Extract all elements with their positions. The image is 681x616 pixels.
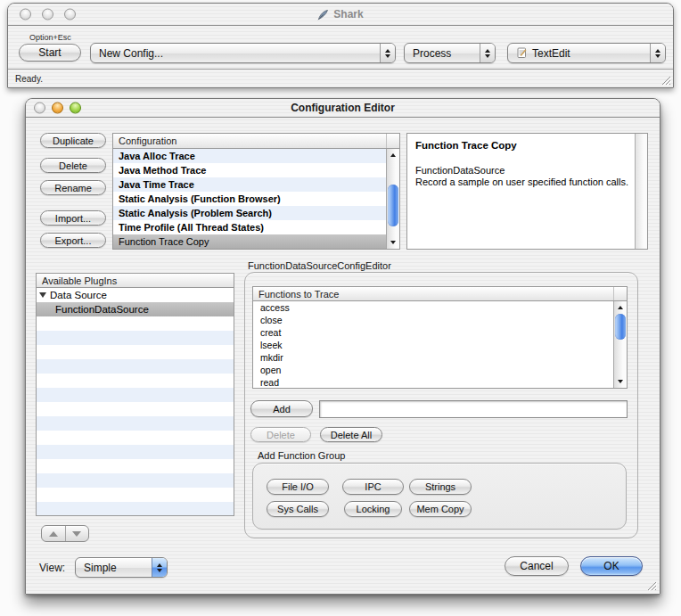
functions-header: Functions to Trace [253, 287, 627, 301]
config-popup[interactable]: New Config... [90, 43, 396, 63]
move-down-button[interactable] [65, 526, 89, 541]
function-row[interactable]: access [253, 301, 613, 314]
config-row-selected[interactable]: Function Trace Copy [113, 234, 386, 249]
plugins-empty-rows [37, 316, 234, 515]
mem-copy-button[interactable]: Mem Copy [409, 501, 472, 517]
minimize-icon[interactable] [42, 9, 53, 21]
scroll-down-icon[interactable] [387, 237, 399, 248]
zoom-icon[interactable] [64, 9, 76, 21]
plugins-header: Available PlugIns [37, 274, 234, 288]
config-row[interactable]: Java Method Trace [113, 163, 386, 177]
start-button[interactable]: Start [19, 44, 81, 62]
resize-grip-icon[interactable] [660, 74, 671, 86]
shark-window: Shark Option+Esc Start New Config... Pro… [7, 3, 674, 88]
view-popup[interactable]: Simple [75, 557, 168, 578]
scroll-up-icon[interactable] [614, 302, 627, 313]
popup-stepper-icon [480, 44, 495, 62]
functions-table: Functions to Trace access close creat ls… [252, 286, 628, 389]
rename-button[interactable]: Rename [40, 180, 106, 195]
function-row[interactable]: mkdir [253, 351, 613, 364]
shark-titlebar[interactable]: Shark [8, 4, 673, 26]
description-scroll-track[interactable] [635, 134, 647, 249]
process-popup[interactable]: Process [404, 43, 496, 63]
config-row[interactable]: Time Profile (All Thread States) [113, 220, 386, 234]
start-hotkey-label: Option+Esc [29, 33, 71, 42]
configuration-table: Configuration Java Alloc Trace Java Meth… [112, 133, 400, 250]
delete-all-button[interactable]: Delete All [320, 427, 382, 442]
view-label: View: [39, 562, 65, 574]
config-row[interactable]: Java Time Trace [113, 177, 386, 192]
shark-window-title: Shark [317, 8, 363, 21]
popup-stepper-icon [380, 44, 395, 62]
sys-calls-button[interactable]: Sys Calls [267, 501, 329, 517]
config-row[interactable]: Static Analysis (Problem Search) [113, 206, 386, 220]
desktop: Shark Option+Esc Start New Config... Pro… [0, 0, 681, 616]
plugin-editor-label: FunctionDataSourceConfigEditor [248, 260, 391, 271]
export-button[interactable]: Export... [40, 233, 106, 248]
target-app-popup[interactable]: TextEdit [507, 43, 666, 63]
status-text: Ready. [15, 74, 43, 84]
function-row[interactable]: read [253, 376, 613, 388]
zoom-icon[interactable] [70, 103, 81, 114]
functions-scrollbar[interactable] [613, 301, 627, 388]
config-description-panel: Function Trace Copy FunctionDataSource R… [406, 133, 648, 250]
close-icon[interactable] [34, 103, 45, 114]
minimize-icon[interactable] [52, 103, 63, 114]
add-function-button[interactable]: Add [250, 400, 313, 417]
popup-stepper-icon [152, 558, 167, 577]
shark-title-text: Shark [333, 8, 363, 21]
function-group-box [252, 463, 627, 530]
function-row[interactable]: open [253, 364, 613, 376]
scroll-up-icon[interactable] [387, 150, 399, 160]
editor-window-title: Configuration Editor [291, 102, 395, 114]
ipc-button[interactable]: IPC [342, 479, 404, 495]
duplicate-button[interactable]: Duplicate [40, 133, 106, 148]
config-scrollbar[interactable] [386, 149, 399, 249]
editor-titlebar[interactable]: Configuration Editor [26, 99, 660, 118]
scrollbar-thumb[interactable] [615, 314, 626, 340]
resize-grip-icon[interactable] [645, 579, 657, 591]
description-title: Function Trace Copy [415, 140, 629, 152]
config-row[interactable]: Java Alloc Trace [113, 149, 386, 163]
add-function-input[interactable] [319, 400, 628, 418]
configuration-editor-window: Configuration Editor Duplicate Delete Re… [25, 98, 660, 595]
disclosure-triangle-icon[interactable] [39, 292, 46, 298]
delete-function-button[interactable]: Delete [250, 427, 311, 442]
close-icon[interactable] [20, 9, 31, 21]
scrollbar-thumb[interactable] [388, 185, 398, 226]
textedit-app-icon [516, 47, 528, 59]
move-up-button[interactable] [42, 526, 65, 541]
config-row[interactable]: Static Analysis (Function Browser) [113, 192, 386, 206]
strings-button[interactable]: Strings [409, 479, 472, 495]
function-row[interactable]: lseek [253, 339, 613, 351]
functions-rows: access close creat lseek mkdir open read [253, 301, 613, 388]
description-text: Record a sample on user specified functi… [415, 177, 629, 188]
configuration-rows: Java Alloc Trace Java Method Trace Java … [113, 149, 386, 249]
plugin-row-selected[interactable]: FunctionDataSource [37, 302, 234, 316]
function-row[interactable]: creat [253, 326, 613, 339]
file-io-button[interactable]: File I/O [267, 479, 329, 495]
function-row[interactable]: close [253, 314, 613, 326]
reorder-control [41, 525, 89, 542]
cancel-button[interactable]: Cancel [505, 556, 569, 576]
up-arrow-icon [49, 531, 58, 537]
scroll-down-icon[interactable] [614, 376, 627, 387]
configuration-header: Configuration [113, 134, 399, 149]
popup-stepper-icon [650, 44, 665, 62]
function-group-label: Add Function Group [258, 450, 345, 461]
ok-button[interactable]: OK [580, 556, 643, 576]
feather-icon [317, 9, 329, 21]
description-plugin: FunctionDataSource [415, 165, 629, 177]
available-plugins-table: Available PlugIns Data Source FunctionDa… [36, 273, 234, 516]
import-button[interactable]: Import... [40, 210, 106, 226]
delete-config-button[interactable]: Delete [40, 158, 106, 173]
locking-button[interactable]: Locking [344, 501, 402, 517]
down-arrow-icon [72, 531, 81, 537]
plugin-group-row[interactable]: Data Source [37, 288, 234, 302]
shark-statusbar: Ready. [8, 69, 673, 87]
